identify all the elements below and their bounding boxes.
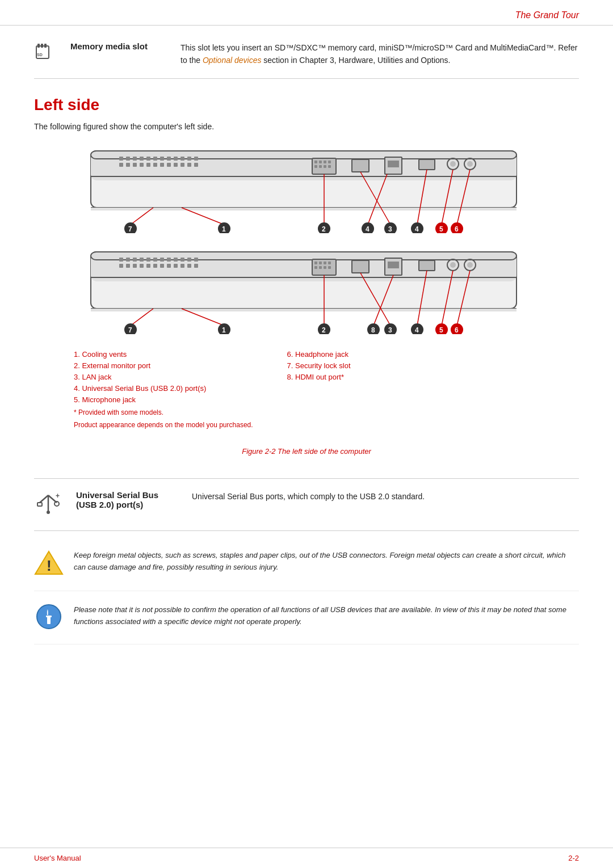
svg-rect-35 <box>314 161 317 163</box>
svg-rect-41 <box>324 165 326 168</box>
svg-text:5: 5 <box>439 326 443 334</box>
svg-rect-118 <box>419 260 435 271</box>
labels-column-left: 1. Cooling vents 2. External monitor por… <box>74 350 253 429</box>
svg-rect-86 <box>146 258 150 262</box>
main-content: SD Memory media slot This slot lets you … <box>0 26 613 644</box>
svg-rect-17 <box>167 157 171 161</box>
svg-text:2: 2 <box>322 326 326 334</box>
svg-rect-161 <box>46 616 52 617</box>
footer-page-number: 2-2 <box>568 854 579 862</box>
svg-text:8: 8 <box>371 326 375 334</box>
svg-point-48 <box>450 161 456 167</box>
svg-text:1: 1 <box>222 225 226 233</box>
svg-rect-23 <box>126 163 130 167</box>
svg-text:+: + <box>56 492 60 500</box>
svg-rect-95 <box>126 264 130 268</box>
svg-rect-101 <box>167 264 171 268</box>
diagram-top: 7 1 2 4 3 4 <box>74 142 539 233</box>
svg-rect-89 <box>167 258 171 262</box>
svg-rect-117 <box>388 262 399 268</box>
svg-rect-108 <box>319 262 322 264</box>
svg-rect-93 <box>194 258 198 262</box>
memory-slot-section: SD Memory media slot This slot lets you … <box>34 26 579 79</box>
svg-rect-103 <box>180 264 184 268</box>
svg-rect-94 <box>119 264 123 268</box>
svg-rect-111 <box>314 266 317 269</box>
svg-rect-38 <box>328 161 331 163</box>
svg-rect-99 <box>153 264 157 268</box>
svg-text:2: 2 <box>322 225 326 233</box>
svg-rect-27 <box>153 163 157 167</box>
svg-text:7: 7 <box>128 225 132 233</box>
svg-rect-32 <box>187 163 191 167</box>
svg-rect-39 <box>314 165 317 168</box>
label-3: 3. LAN jack <box>74 373 253 381</box>
svg-rect-28 <box>160 163 164 167</box>
svg-rect-104 <box>187 264 191 268</box>
svg-rect-100 <box>160 264 164 268</box>
svg-rect-102 <box>174 264 178 268</box>
label-7: 7. Security lock slot <box>287 361 351 370</box>
usb-label-line1: Universal Serial Bus <box>76 490 178 500</box>
laptop-diagram-top: 7 1 2 4 3 4 <box>74 142 539 233</box>
svg-rect-11 <box>126 157 130 161</box>
page-header: The Grand Tour <box>0 0 613 26</box>
labels-column-right: 6. Headphone jack 7. Security lock slot … <box>287 350 351 429</box>
label-6: 6. Headphone jack <box>287 350 351 359</box>
svg-text:6: 6 <box>455 225 459 233</box>
memory-slot-label: Memory media slot <box>70 41 167 51</box>
svg-text:!: ! <box>47 557 52 574</box>
svg-text:4: 4 <box>366 225 370 233</box>
svg-rect-124 <box>91 309 517 311</box>
svg-rect-15 <box>153 157 157 161</box>
svg-text:4: 4 <box>415 225 419 233</box>
svg-line-150 <box>40 495 48 503</box>
svg-text:SD: SD <box>37 53 43 57</box>
svg-rect-109 <box>324 262 326 264</box>
svg-rect-105 <box>194 264 198 268</box>
svg-point-120 <box>450 262 456 268</box>
svg-rect-16 <box>160 157 164 161</box>
svg-rect-114 <box>328 266 331 269</box>
diagram-container: 7 1 2 4 3 4 <box>34 142 579 467</box>
svg-text:7: 7 <box>128 326 132 334</box>
warning-text: Keep foreign metal objects, such as scre… <box>74 549 579 574</box>
svg-rect-153 <box>37 503 42 506</box>
svg-rect-21 <box>194 157 198 161</box>
diagram-bottom: 7 1 2 8 3 4 <box>74 243 539 334</box>
optional-devices-link[interactable]: Optional devices <box>203 56 262 65</box>
svg-rect-97 <box>140 264 144 268</box>
svg-rect-43 <box>352 159 369 172</box>
svg-rect-31 <box>180 163 184 167</box>
svg-rect-40 <box>319 165 322 168</box>
svg-rect-84 <box>133 258 137 262</box>
svg-rect-113 <box>324 266 326 269</box>
svg-rect-12 <box>133 157 137 161</box>
usb-section: + Universal Serial Bus (USB 2.0) port(s)… <box>34 478 579 531</box>
chapter-title: The Grand Tour <box>515 10 579 20</box>
svg-rect-85 <box>140 258 144 262</box>
footer-manual-label: User's Manual <box>34 854 81 862</box>
info-icon: i <box>34 604 64 635</box>
svg-rect-112 <box>319 266 322 269</box>
svg-rect-19 <box>180 157 184 161</box>
svg-point-122 <box>467 262 473 268</box>
svg-text:4: 4 <box>415 326 419 334</box>
label-5: 5. Microphone jack <box>74 395 253 404</box>
svg-rect-160 <box>47 617 51 624</box>
svg-rect-83 <box>126 258 130 262</box>
svg-point-50 <box>467 161 473 167</box>
memory-slot-description: This slot lets you insert an SD™/SDXC™ m… <box>180 41 579 67</box>
left-side-heading: Left side <box>34 96 579 114</box>
svg-text:3: 3 <box>388 326 392 334</box>
warning-icon: ! <box>34 549 64 582</box>
label-4: 4. Universal Serial Bus (USB 2.0) port(s… <box>74 384 253 393</box>
svg-rect-45 <box>388 161 399 167</box>
svg-rect-20 <box>187 157 191 161</box>
svg-rect-29 <box>167 163 171 167</box>
svg-rect-91 <box>180 258 184 262</box>
laptop-diagram-bottom: 7 1 2 8 3 4 <box>74 243 539 334</box>
svg-rect-88 <box>160 258 164 262</box>
svg-text:3: 3 <box>388 225 392 233</box>
svg-text:i: i <box>47 608 49 617</box>
